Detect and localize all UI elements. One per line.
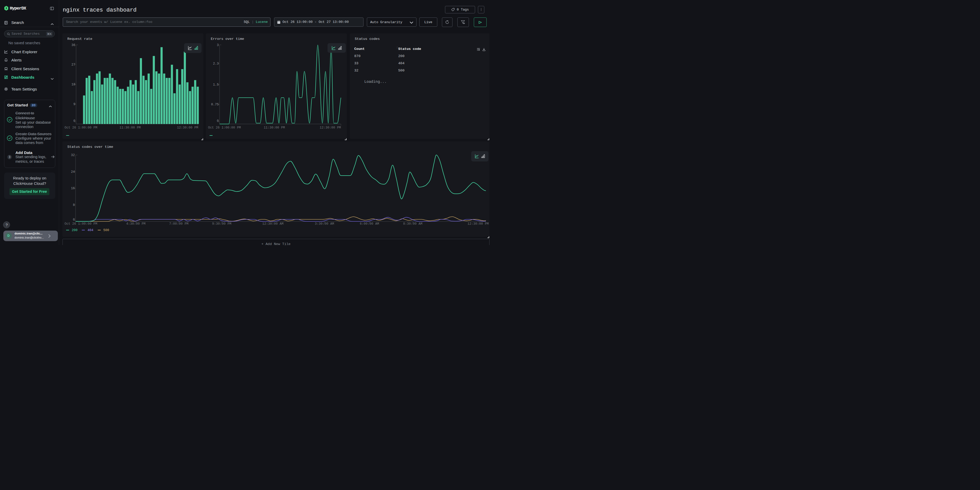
- svg-text:32: 32: [71, 153, 75, 157]
- svg-text:0.75: 0.75: [211, 103, 219, 107]
- svg-text:Oct 26 1:00:00 PM: Oct 26 1:00:00 PM: [208, 126, 241, 130]
- svg-text:18: 18: [72, 83, 75, 86]
- svg-text:12:30:00 PM: 12:30:00 PM: [177, 126, 198, 130]
- svg-text:9:30:00 PM: 9:30:00 PM: [212, 222, 231, 226]
- svg-text:9: 9: [73, 103, 75, 106]
- svg-text:0: 0: [73, 119, 75, 123]
- svg-text:Oct 26 1:00:00 PM: Oct 26 1:00:00 PM: [65, 222, 97, 226]
- svg-text:11:30:00 PM: 11:30:00 PM: [264, 126, 285, 130]
- svg-text:3: 3: [217, 43, 219, 47]
- svg-text:6:00:00 AM: 6:00:00 AM: [360, 222, 379, 226]
- svg-text:0: 0: [217, 119, 219, 123]
- svg-text:24: 24: [71, 170, 75, 174]
- svg-text:Oct 26 1:00:00 PM: Oct 26 1:00:00 PM: [65, 126, 97, 130]
- svg-text:12:30:00 AM: 12:30:00 AM: [262, 222, 283, 226]
- svg-text:16: 16: [71, 187, 75, 190]
- svg-text:1.5: 1.5: [213, 83, 219, 87]
- svg-text:2.3: 2.3: [213, 62, 219, 65]
- svg-text:7:00:00 PM: 7:00:00 PM: [169, 222, 188, 226]
- svg-text:12:30:00 PM: 12:30:00 PM: [468, 222, 489, 226]
- svg-text:8: 8: [73, 204, 75, 207]
- svg-text:11:30:00 PM: 11:30:00 PM: [119, 126, 141, 130]
- svg-text:12:30:00 PM: 12:30:00 PM: [320, 126, 341, 130]
- svg-text:0: 0: [73, 218, 75, 222]
- svg-text:3:30:00 AM: 3:30:00 AM: [315, 222, 334, 226]
- svg-text:8:30:00 AM: 8:30:00 AM: [403, 222, 422, 226]
- svg-text:4:30:00 PM: 4:30:00 PM: [126, 222, 145, 226]
- svg-text:36: 36: [72, 43, 75, 47]
- svg-text:27: 27: [72, 63, 75, 67]
